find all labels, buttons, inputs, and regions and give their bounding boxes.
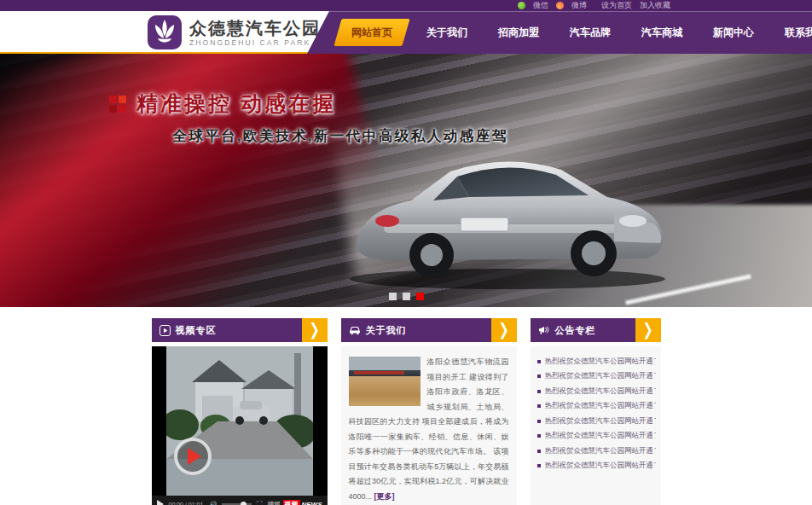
notice-item[interactable]: 热烈祝贺众德慧汽车公园网站开通了！: [537, 414, 656, 429]
nav-item-mall[interactable]: 汽车商城: [626, 11, 698, 54]
video-more-button[interactable]: ❯: [302, 318, 328, 342]
bullet-icon: [537, 434, 541, 438]
brand-news: NEWS: [302, 501, 322, 505]
logo-flower-icon: [147, 15, 183, 50]
video-section-header: 视频专区 ❯: [152, 318, 328, 342]
volume-icon[interactable]: 🔊: [208, 501, 217, 505]
red-grid-icon: [109, 96, 126, 113]
bullet-icon: [537, 464, 541, 467]
bullet-icon: [537, 374, 541, 378]
about-photo: [349, 357, 420, 406]
nav-item-contact[interactable]: 联系我们: [769, 11, 812, 54]
megaphone-icon: [538, 325, 550, 335]
notice-item[interactable]: 热烈祝贺众德慧汽车公园网站开通了！: [537, 429, 656, 444]
hero-copy: 精准操控 动感在握 全球平台,欧美技术,新一代中高级私人动感座驾: [109, 90, 508, 146]
content-columns: 视频专区 ❯: [152, 318, 661, 505]
brand-video: 视频: [283, 500, 300, 505]
hero-title: 精准操控 动感在握: [136, 90, 336, 118]
weibo-icon: [556, 2, 564, 9]
notice-section: 公告专栏 ❯ 热烈祝贺众德慧汽车公园网站开通了！ 热烈祝贺众德慧汽车公园网站开通…: [531, 318, 661, 505]
bullet-icon: [537, 450, 541, 453]
hero-subtitle: 全球平台,欧美技术,新一代中高级私人动感座驾: [172, 126, 508, 146]
brand-sohu: 搜狐: [268, 500, 281, 505]
fullscreen-icon[interactable]: ⛶: [257, 500, 262, 505]
notice-item[interactable]: 热烈祝贺众德慧汽车公园网站开通了！: [537, 369, 656, 385]
nav-item-news[interactable]: 新闻中心: [698, 11, 769, 54]
bullet-icon: [537, 420, 541, 423]
wechat-link[interactable]: 微信: [533, 0, 548, 11]
main-nav: 网站首页 关于我们 招商加盟 汽车品牌 汽车商城 新闻中心 联系我们: [307, 11, 812, 54]
control-play-icon[interactable]: [157, 500, 164, 505]
play-button[interactable]: [174, 438, 212, 475]
page: 微信 微博 设为首页 加入收藏 众德慧汽车公园 ZHONGDEHUI CAR P…: [0, 0, 812, 505]
site-title: 众德慧汽车公园: [189, 18, 321, 38]
notice-section-header: 公告专栏 ❯: [531, 318, 661, 342]
about-more-link[interactable]: [更多]: [374, 492, 395, 501]
bullet-icon: [537, 360, 541, 363]
nav-item-brands[interactable]: 汽车品牌: [554, 11, 626, 54]
video-icon: [160, 325, 171, 336]
notice-more-button[interactable]: ❯: [635, 318, 661, 342]
notice-list: 热烈祝贺众德慧汽车公园网站开通了！ 热烈祝贺众德慧汽车公园网站开通了！ 热烈祝贺…: [531, 346, 661, 505]
video-time: 00:00 / 01:01: [169, 502, 204, 505]
video-section-title: 视频专区: [176, 324, 217, 337]
about-more-button[interactable]: ❯: [491, 318, 517, 342]
weibo-link[interactable]: 微博: [571, 0, 587, 11]
topbar: 微信 微博 设为首页 加入收藏: [0, 0, 812, 11]
set-home-link[interactable]: 设为首页: [601, 0, 632, 11]
player-brand: 搜狐 视频 NEWS: [268, 500, 322, 505]
header: 众德慧汽车公园 ZHONGDEHUI CAR PARK 网站首页 关于我们 招商…: [0, 11, 812, 54]
about-content: 洛阳众德慧汽车物流园项目的开工 建设得到了洛阳市政府、洛龙区、城乡规划局、土地局…: [341, 346, 517, 505]
notice-section-title: 公告专栏: [555, 324, 596, 337]
wechat-icon: [518, 2, 525, 9]
bullet-icon: [537, 390, 541, 393]
nav-item-home[interactable]: 网站首页: [334, 19, 409, 46]
notice-item[interactable]: 热烈祝贺众德慧汽车公园网站开通了！: [537, 399, 656, 415]
notice-item[interactable]: 热烈祝贺众德慧汽车公园网站开通了！: [537, 354, 656, 369]
video-section: 视频专区 ❯: [152, 318, 328, 505]
bullet-icon: [537, 404, 541, 408]
nav-item-about[interactable]: 关于我们: [411, 11, 483, 54]
notice-item[interactable]: 热烈祝贺众德慧汽车公园网站开通了！: [537, 459, 656, 474]
add-favorite-link[interactable]: 加入收藏: [640, 0, 670, 11]
about-section-header: 关于我们 ❯: [341, 318, 517, 342]
banner-dot-1[interactable]: [389, 293, 397, 300]
notice-item[interactable]: 热烈祝贺众德慧汽车公园网站开通了！: [537, 384, 656, 399]
banner-dot-3-active[interactable]: [416, 293, 424, 300]
about-section: 关于我们 ❯ 洛阳众德慧汽车物流园项目的开工 建设得到了洛阳市政府、洛龙区、城乡…: [341, 318, 517, 505]
banner-pagination: [0, 293, 812, 300]
nav-item-join[interactable]: 招商加盟: [483, 11, 554, 54]
notice-item[interactable]: 热烈祝贺众德慧汽车公园网站开通了！: [537, 444, 656, 459]
hero-banner: 精准操控 动感在握 全球平台,欧美技术,新一代中高级私人动感座驾: [0, 54, 812, 307]
car-icon: [349, 325, 361, 335]
video-player: 00:00 / 01:01 🔊 ⛶ 搜狐 视频 NEWS: [152, 346, 328, 505]
banner-dot-2[interactable]: [403, 293, 410, 300]
logo[interactable]: 众德慧汽车公园 ZHONGDEHUI CAR PARK: [147, 15, 321, 50]
about-section-title: 关于我们: [366, 324, 407, 337]
site-subtitle: ZHONGDEHUI CAR PARK: [189, 38, 321, 47]
video-controls: 00:00 / 01:01 🔊 ⛶ 搜狐 视频 NEWS: [152, 496, 328, 505]
